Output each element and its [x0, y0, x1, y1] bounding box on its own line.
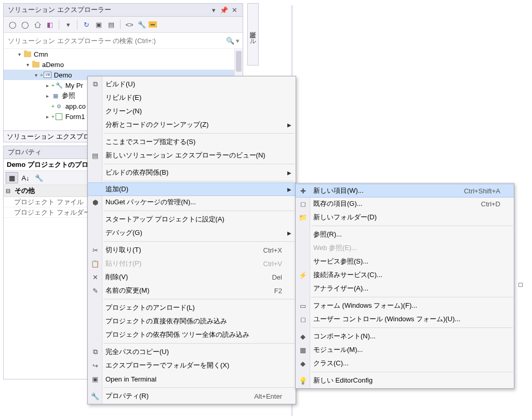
menu-item-label: ビルド(U) [105, 80, 282, 89]
search-dropdown-icon[interactable]: ▾ [236, 37, 240, 45]
menu-item[interactable]: スタートアップ プロジェクトに設定(A) [88, 213, 296, 226]
wrench-icon: 🔧 [90, 391, 100, 401]
close-icon[interactable]: ✕ [230, 6, 238, 14]
expander-icon[interactable] [33, 72, 39, 78]
plus-badge-icon: + [51, 114, 55, 120]
menu-item[interactable]: サービス参照(S)... [296, 255, 514, 268]
menu-item[interactable]: ⚡接続済みサービス(C)... [296, 268, 514, 282]
menu-separator [103, 181, 295, 181]
search-icon[interactable]: 🔍 [224, 35, 236, 46]
menu-item-label: ビルドの依存関係(B) [105, 168, 282, 177]
menu-item-label: Open in Terminal [105, 375, 282, 383]
menu-item[interactable]: ⬢NuGet パッケージの管理(N)... [88, 195, 296, 209]
solutions-icon[interactable]: ◧ [44, 19, 56, 30]
menu-item[interactable]: プロジェクトの直接依存関係の読み込み [88, 314, 296, 328]
menu-item[interactable]: ▦モジュール(M)... [296, 343, 514, 357]
menu-item[interactable]: ▣Open in Terminal [88, 372, 296, 386]
menu-item[interactable]: クリーン(N) [88, 104, 296, 118]
menu-item[interactable]: ✕削除(V)Del [88, 270, 296, 284]
submenu-arrow-icon: ▶ [287, 230, 291, 236]
menu-item[interactable]: デバッグ(G)▶ [88, 226, 296, 240]
categorized-button[interactable]: ▦ [6, 172, 18, 183]
menu-item[interactable]: ▭フォーム (Windows フォーム)(F)... [296, 299, 514, 312]
menu-item[interactable]: ✂切り取り(T)Ctrl+X [88, 243, 296, 257]
menu-separator [311, 226, 513, 226]
refresh-button[interactable]: ↻ [81, 19, 92, 30]
menu-item[interactable]: ⧉ビルド(U) [88, 77, 296, 91]
plus-badge-icon: + [40, 72, 43, 78]
menu-item[interactable]: 📁新しいフォルダー(D) [296, 211, 514, 224]
properties-wrench-button[interactable]: 🔧 [33, 172, 45, 183]
folder-icon [23, 50, 32, 58]
menu-item[interactable]: ✎名前の変更(M)F2 [88, 284, 296, 297]
newview-icon: ▤ [90, 150, 100, 161]
expander-icon[interactable] [16, 51, 22, 57]
menu-item[interactable]: ◻既存の項目(G)...Ctrl+D [296, 197, 514, 211]
menu-item[interactable]: リビルド(E) [88, 91, 296, 104]
pin-icon[interactable]: 📌 [220, 6, 228, 14]
expander-icon[interactable] [44, 82, 50, 88]
home-button[interactable] [32, 19, 43, 30]
resize-handle[interactable] [518, 283, 523, 287]
showall-button[interactable]: ▤ [105, 19, 117, 30]
menu-item[interactable]: 追加(D)▶ [88, 182, 296, 196]
side-tab-diagnostics[interactable]: 診断ツール [247, 3, 259, 65]
references-icon [51, 91, 60, 100]
search-row: 🔍 ▾ [4, 33, 243, 49]
vb-project-icon: VB [44, 71, 52, 79]
menu-item[interactable]: 🔧プロパティ(R)Alt+Enter [88, 389, 296, 403]
menu-item[interactable]: ◆クラス(C)... [296, 357, 514, 370]
menu-item[interactable]: プロジェクトの依存関係 ツリー全体の読み込み [88, 328, 296, 342]
scrollbar-thumb[interactable] [236, 51, 242, 72]
search-input[interactable] [7, 36, 224, 46]
menu-item-label: NuGet パッケージの管理(N)... [105, 198, 282, 207]
section-label: その他 [15, 187, 35, 194]
tree-node-cmn[interactable]: Cmn [4, 49, 243, 59]
menu-item[interactable]: 参照(R)... [296, 228, 514, 241]
menu-item[interactable]: ✚新しい項目(W)...Ctrl+Shift+A [296, 184, 514, 198]
expander-icon[interactable] [44, 93, 50, 99]
menu-shortcut: Alt+Enter [254, 392, 282, 400]
collapse-button[interactable]: ▣ [93, 19, 104, 30]
menu-item[interactable]: ◻ユーザー コントロール (Windows フォーム)(U)... [296, 312, 514, 326]
menu-item[interactable]: ◆コンポーネント(N)... [296, 330, 514, 343]
filter-dropdown[interactable]: ▾ [62, 19, 74, 30]
menu-shortcut: Ctrl+D [481, 200, 500, 208]
back-button[interactable]: ◯ [7, 19, 18, 30]
property-label: プロジェクト ファイル [14, 198, 84, 207]
menu-item[interactable]: ▤新しいソリューション エクスプローラーのビュー(N) [88, 149, 296, 162]
expander-icon[interactable] [24, 61, 31, 68]
properties-button[interactable]: 🔧 [136, 19, 148, 30]
tree-node-label: Cmn [34, 50, 48, 58]
menu-item[interactable]: アナライザー(A)... [296, 282, 514, 295]
menu-item[interactable]: ビルドの依存関係(B)▶ [88, 166, 296, 179]
forward-button[interactable]: ◯ [19, 19, 31, 30]
menu-item[interactable]: ここまでスコープ指定する(S) [88, 135, 296, 149]
menu-item-label: アナライザー(A)... [313, 284, 500, 293]
tree-node-ademo[interactable]: aDemo [4, 59, 243, 70]
submenu-arrow-icon: ▶ [287, 170, 291, 176]
connected-icon: ⚡ [298, 270, 308, 280]
menu-item[interactable]: ⧉完全パスのコピー(U) [88, 345, 296, 359]
alphabetical-button[interactable]: A↓ [19, 172, 32, 183]
expander-icon[interactable] [44, 113, 50, 120]
menu-item[interactable]: 分析とコードのクリーンアップ(Z)▶ [88, 118, 296, 132]
dropdown-icon[interactable]: ▾ [209, 6, 218, 14]
nuget-icon: ⬢ [90, 197, 100, 207]
tree-node-label: 参照 [62, 91, 75, 100]
cut-icon: ✂ [90, 245, 100, 255]
menu-shortcut: Ctrl+V [263, 260, 282, 268]
menu-item-label: フォーム (Windows フォーム)(F)... [313, 301, 500, 310]
collapse-icon[interactable] [6, 187, 12, 194]
preview-button[interactable]: ━ [149, 21, 157, 28]
menu-item-label: スタートアップ プロジェクトに設定(A) [105, 215, 282, 224]
menu-item-label: 名前の変更(M) [105, 286, 262, 295]
viewcode-button[interactable]: <> [124, 19, 135, 30]
menu-item[interactable]: プロジェクトのアンロード(L) [88, 301, 296, 314]
properties-title: プロパティ [8, 148, 42, 157]
menu-shortcut: F2 [274, 287, 282, 295]
menu-item[interactable]: ↪エクスプローラーでフォルダーを開く(X) [88, 359, 296, 372]
menu-item[interactable]: 💡新しい EditorConfig [296, 374, 514, 387]
menu-separator [103, 133, 295, 134]
menu-item-label: 完全パスのコピー(U) [105, 347, 282, 357]
